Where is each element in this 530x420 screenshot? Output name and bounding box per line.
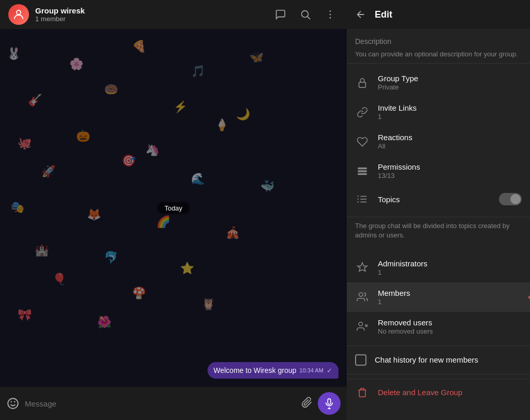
emoji-button[interactable] [6,397,20,410]
permissions-info: Permissions 13/13 [378,162,522,179]
group-type-title: Group Type [378,74,522,83]
reactions-sub: All [378,142,522,150]
more-icon-button[interactable] [322,6,338,23]
message-input[interactable] [25,399,296,408]
administrators-info: Administrators 1 [378,259,522,276]
members-icon [355,290,370,304]
topics-toggle[interactable] [499,193,522,205]
group-avatar[interactable] [8,4,29,25]
chat-history-info: Chat history for new members [375,355,522,364]
svg-line-2 [307,17,310,19]
delete-leave-row[interactable]: Delete and Leave Group [347,379,530,406]
search-icon-button[interactable] [297,6,314,23]
edit-panel: Edit Description You can provide an opti… [347,0,530,420]
message-bubble: Welcome to Wiresk group 10:34 AM ✓ [208,362,339,379]
administrators-title: Administrators [378,259,522,268]
invite-links-info: Invite Links 1 [378,103,522,121]
today-badge: Today [157,202,190,214]
members-title: Members [378,289,522,297]
link-icon [355,105,370,119]
permissions-sub: 13/13 [378,172,522,179]
members-section: Administrators 1 Members 1 ← [347,249,530,346]
removed-users-row[interactable]: Removed users No removed users [347,312,530,341]
removed-users-icon [355,319,370,334]
chat-header-icons [272,6,338,23]
member-count: 1 member [35,15,266,23]
delete-icon [355,387,370,398]
group-type-row[interactable]: Group Type Private [347,68,530,97]
svg-rect-12 [359,82,366,87]
svg-point-6 [8,398,18,409]
chat-background: 🐰 🌸 🍕 🎵 🦋 🎸 🍩 ⚡ 🌙 🐙 🎃 🦄 🍦 🚀 🎯 🌊 🐳 🎭 🦊 🌈 … [0,29,347,387]
administrators-sub: 1 [378,268,522,276]
svg-point-23 [359,322,362,326]
svg-rect-13 [358,168,367,169]
permissions-icon [355,164,370,178]
svg-rect-14 [358,171,367,172]
chat-header-info: Group wiresk 1 member [35,6,266,23]
back-button[interactable] [355,9,366,20]
removed-users-info: Removed users No removed users [378,318,522,335]
message-tick-icon: ✓ [327,367,332,374]
chat-panel: Group wiresk 1 member [0,0,347,420]
svg-point-22 [359,293,363,296]
topics-description: The group chat will be divided into topi… [347,217,530,248]
svg-point-5 [330,17,331,19]
red-arrow-indicator: ← [525,289,530,305]
members-info: Members 1 [378,289,522,306]
attach-button[interactable] [301,397,313,411]
topics-info-label: Topics [378,195,491,204]
topics-title: Topics [378,195,491,204]
chat-history-row[interactable]: Chat history for new members [347,346,530,374]
description-label: Description [355,37,522,46]
chat-history-checkbox[interactable] [355,354,366,366]
invite-links-sub: 1 [378,113,522,121]
edit-header: Edit [347,0,530,29]
svg-point-3 [330,10,331,12]
administrators-row[interactable]: Administrators 1 [347,253,530,282]
group-type-sub: Private [378,83,522,91]
topics-row[interactable]: Topics [347,186,530,213]
svg-rect-9 [328,399,331,404]
heart-icon [355,134,370,149]
chat-header: Group wiresk 1 member [0,0,347,29]
group-name: Group wiresk [35,6,266,15]
delete-leave-label: Delete and Leave Group [378,388,462,397]
message-text: Welcome to Wiresk group [214,366,297,374]
invite-links-title: Invite Links [378,103,522,112]
permissions-row[interactable]: Permissions 13/13 [347,156,530,186]
topics-icon [355,192,370,206]
admin-icon [355,260,370,275]
members-row[interactable]: Members 1 ← [347,282,530,312]
svg-point-4 [330,14,331,16]
invite-links-row[interactable]: Invite Links 1 [347,97,530,127]
members-sub: 1 [378,298,522,306]
chat-messages: Welcome to Wiresk group 10:34 AM ✓ [199,354,347,387]
today-label: Today [157,202,190,214]
group-type-info: Group Type Private [378,74,522,91]
lock-icon [355,76,370,90]
reactions-title: Reactions [378,133,522,142]
removed-users-title: Removed users [378,318,522,327]
reactions-info: Reactions All [378,133,522,150]
svg-point-0 [17,10,21,14]
comment-icon-button[interactable] [272,6,289,23]
edit-title: Edit [375,9,392,20]
svg-rect-15 [358,173,367,174]
description-hint: You can provide an optional description … [355,50,522,59]
mic-button[interactable] [318,392,341,415]
reactions-row[interactable]: Reactions All [347,127,530,156]
svg-point-1 [302,11,308,18]
chat-history-title: Chat history for new members [375,355,522,364]
settings-section: Group Type Private Invite Links 1 [347,64,530,217]
removed-users-sub: No removed users [378,327,522,335]
message-time: 10:34 AM [300,367,323,373]
chat-input-bar [0,387,347,420]
toggle-knob [510,194,521,204]
description-section: Description You can provide an optional … [347,29,530,64]
permissions-title: Permissions [378,162,522,171]
